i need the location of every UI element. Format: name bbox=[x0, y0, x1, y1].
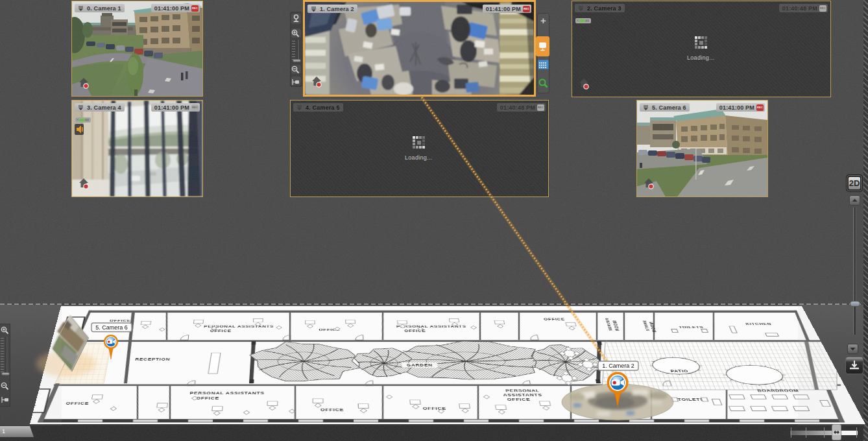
svg-text:5. Camera 6: 5. Camera 6 bbox=[95, 324, 128, 331]
svg-text:1. Camera 2: 1. Camera 2 bbox=[602, 363, 634, 369]
